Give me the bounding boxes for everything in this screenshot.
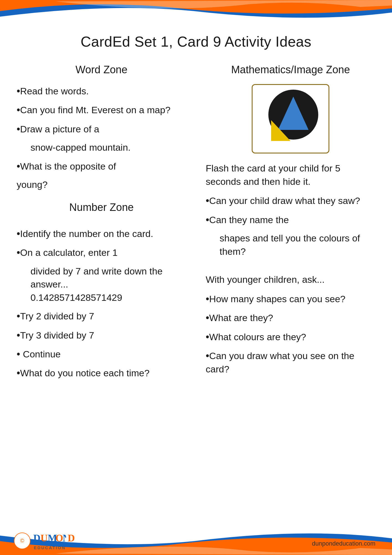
number-zone-header: Number Zone <box>17 201 186 213</box>
card-image-container <box>206 84 375 153</box>
word-item-3b: snow-capped mountain. <box>17 141 186 154</box>
younger-item-1: •How many shapes can you see? <box>206 292 375 306</box>
page-title: CardEd Set 1, Card 9 Activity Ideas <box>17 33 375 50</box>
number-item-1: •Identify the number on the card. <box>17 227 186 241</box>
number-item-2: •On a calculator, enter 1 <box>17 246 186 259</box>
logo-circle: © <box>14 533 30 549</box>
svg-text:N: N <box>63 533 66 544</box>
left-column: Word Zone •Read the words. •Can you find… <box>17 64 192 385</box>
math-item-2: •Can they name the <box>206 213 375 227</box>
right-column: Mathematics/Image Zone Flash the card at… <box>203 64 375 381</box>
number-item-5: • Continue <box>17 347 186 361</box>
logo-area: © D U M O N D EDUCATION <box>14 531 78 550</box>
word-item-2: •Can you find Mt. Everest on a map? <box>17 103 186 117</box>
number-item-2b: divided by 7 and write down the answer..… <box>17 265 186 304</box>
younger-item-3: •What colours are they? <box>206 330 375 344</box>
logo-svg: D U M O N <box>33 531 66 545</box>
svg-text:O: O <box>55 533 63 544</box>
number-item-3: •Try 2 divided by 7 <box>17 309 186 323</box>
svg-text:U: U <box>40 533 48 544</box>
younger-item-4: •Can you draw what you see on the card? <box>206 349 375 376</box>
math-zone-header: Mathematics/Image Zone <box>206 64 375 76</box>
card-image <box>252 84 329 153</box>
younger-header: With younger children, ask... <box>206 273 375 286</box>
word-item-1: •Read the words. <box>17 84 186 98</box>
copyright-symbol: © <box>20 538 24 544</box>
word-item-3: •Draw a picture of a <box>17 122 186 136</box>
svg-text:D: D <box>68 533 75 544</box>
math-item-2b: shapes and tell you the colours of them? <box>206 232 375 258</box>
younger-item-2: •What are they? <box>206 311 375 325</box>
number-item-6: •What do you notice each time? <box>17 366 186 380</box>
word-zone-header: Word Zone <box>17 64 186 76</box>
number-item-4: •Try 3 divided by 7 <box>17 328 186 342</box>
logo-sub-text: EDUCATION <box>34 545 78 550</box>
flash-text: Flash the card at your child for 5 secon… <box>206 162 375 188</box>
word-item-4b: young? <box>17 178 186 191</box>
svg-text:D: D <box>33 533 40 544</box>
math-item-1: •Can your child draw what they saw? <box>206 194 375 208</box>
word-item-4: •What is the opposite of <box>17 159 186 173</box>
logo-d-svg: D <box>67 531 78 545</box>
website-text: dunpondeducation.com <box>312 540 375 547</box>
